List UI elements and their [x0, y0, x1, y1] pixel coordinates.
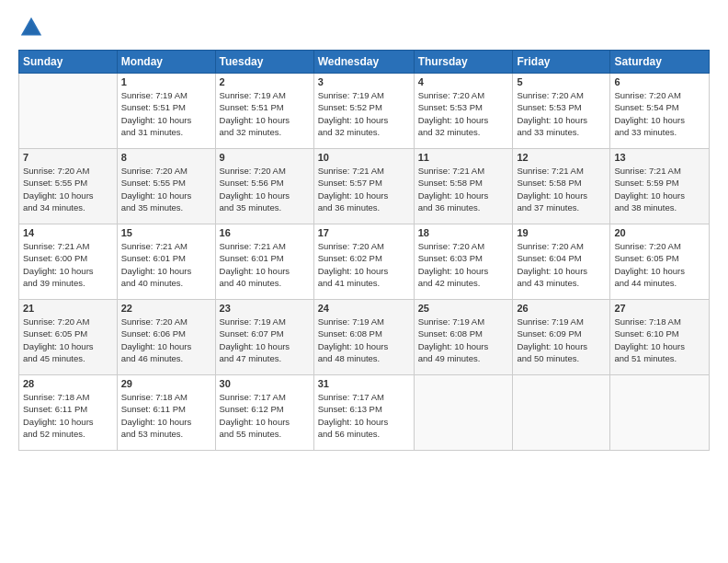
day-cell	[610, 375, 710, 451]
day-number: 20	[614, 227, 705, 238]
day-number: 11	[418, 152, 509, 163]
day-number: 30	[220, 378, 310, 389]
day-cell: 8Sunrise: 7:20 AM Sunset: 5:55 PM Daylig…	[117, 149, 215, 224]
day-info: Sunrise: 7:20 AM Sunset: 6:04 PM Dayligh…	[517, 240, 606, 289]
day-number: 14	[23, 227, 113, 238]
day-number: 4	[418, 76, 509, 87]
logo	[18, 15, 48, 40]
day-cell: 29Sunrise: 7:18 AM Sunset: 6:11 PM Dayli…	[117, 375, 215, 451]
day-number: 23	[220, 303, 310, 314]
day-info: Sunrise: 7:19 AM Sunset: 6:08 PM Dayligh…	[318, 316, 410, 364]
day-number: 5	[517, 76, 606, 87]
day-cell: 16Sunrise: 7:21 AM Sunset: 6:01 PM Dayli…	[215, 224, 313, 300]
header-cell-wednesday: Wednesday	[313, 51, 414, 74]
day-info: Sunrise: 7:20 AM Sunset: 5:53 PM Dayligh…	[517, 89, 606, 138]
calendar-table: SundayMondayTuesdayWednesdayThursdayFrid…	[18, 50, 710, 451]
day-info: Sunrise: 7:21 AM Sunset: 5:59 PM Dayligh…	[614, 165, 705, 213]
day-cell	[414, 375, 513, 451]
day-info: Sunrise: 7:21 AM Sunset: 5:58 PM Dayligh…	[517, 165, 606, 213]
day-info: Sunrise: 7:19 AM Sunset: 5:51 PM Dayligh…	[121, 89, 211, 138]
day-cell: 14Sunrise: 7:21 AM Sunset: 6:00 PM Dayli…	[19, 224, 118, 300]
day-number: 24	[318, 303, 410, 314]
day-cell: 19Sunrise: 7:20 AM Sunset: 6:04 PM Dayli…	[513, 224, 610, 300]
day-info: Sunrise: 7:21 AM Sunset: 6:01 PM Dayligh…	[220, 240, 310, 289]
day-info: Sunrise: 7:19 AM Sunset: 6:09 PM Dayligh…	[517, 316, 606, 364]
day-number: 21	[23, 303, 113, 314]
header-cell-saturday: Saturday	[610, 51, 710, 74]
day-cell: 11Sunrise: 7:21 AM Sunset: 5:58 PM Dayli…	[414, 149, 513, 224]
day-cell: 27Sunrise: 7:18 AM Sunset: 6:10 PM Dayli…	[610, 300, 710, 375]
day-cell: 7Sunrise: 7:20 AM Sunset: 5:55 PM Daylig…	[19, 149, 118, 224]
day-cell: 23Sunrise: 7:19 AM Sunset: 6:07 PM Dayli…	[215, 300, 313, 375]
day-number: 18	[418, 227, 509, 238]
day-info: Sunrise: 7:21 AM Sunset: 6:00 PM Dayligh…	[23, 240, 113, 289]
day-cell: 24Sunrise: 7:19 AM Sunset: 6:08 PM Dayli…	[313, 300, 414, 375]
header-cell-thursday: Thursday	[414, 51, 513, 74]
day-info: Sunrise: 7:20 AM Sunset: 5:53 PM Dayligh…	[418, 89, 509, 138]
day-info: Sunrise: 7:18 AM Sunset: 6:11 PM Dayligh…	[121, 391, 211, 440]
day-number: 15	[121, 227, 211, 238]
day-number: 25	[418, 303, 509, 314]
header-cell-monday: Monday	[117, 51, 215, 74]
header-cell-friday: Friday	[513, 51, 610, 74]
day-info: Sunrise: 7:17 AM Sunset: 6:12 PM Dayligh…	[220, 391, 310, 440]
day-info: Sunrise: 7:19 AM Sunset: 5:51 PM Dayligh…	[220, 89, 310, 138]
day-info: Sunrise: 7:20 AM Sunset: 5:56 PM Dayligh…	[220, 165, 310, 213]
header-cell-tuesday: Tuesday	[215, 51, 313, 74]
calendar-page: SundayMondayTuesdayWednesdayThursdayFrid…	[0, 0, 728, 563]
day-cell: 22Sunrise: 7:20 AM Sunset: 6:06 PM Dayli…	[117, 300, 215, 375]
day-number: 29	[121, 378, 211, 389]
day-cell: 18Sunrise: 7:20 AM Sunset: 6:03 PM Dayli…	[414, 224, 513, 300]
day-cell: 12Sunrise: 7:21 AM Sunset: 5:58 PM Dayli…	[513, 149, 610, 224]
day-number: 9	[220, 152, 310, 163]
day-cell: 26Sunrise: 7:19 AM Sunset: 6:09 PM Dayli…	[513, 300, 610, 375]
day-number: 26	[517, 303, 606, 314]
day-cell: 30Sunrise: 7:17 AM Sunset: 6:12 PM Dayli…	[215, 375, 313, 451]
day-cell: 31Sunrise: 7:17 AM Sunset: 6:13 PM Dayli…	[313, 375, 414, 451]
day-cell: 25Sunrise: 7:19 AM Sunset: 6:08 PM Dayli…	[414, 300, 513, 375]
day-info: Sunrise: 7:20 AM Sunset: 5:55 PM Dayligh…	[23, 165, 113, 213]
day-number: 31	[318, 378, 410, 389]
day-info: Sunrise: 7:19 AM Sunset: 6:08 PM Dayligh…	[418, 316, 509, 364]
week-row-0: 1Sunrise: 7:19 AM Sunset: 5:51 PM Daylig…	[19, 74, 710, 149]
day-number: 22	[121, 303, 211, 314]
day-info: Sunrise: 7:20 AM Sunset: 6:02 PM Dayligh…	[318, 240, 410, 289]
day-number: 8	[121, 152, 211, 163]
day-number: 12	[517, 152, 606, 163]
header-row: SundayMondayTuesdayWednesdayThursdayFrid…	[19, 51, 710, 74]
day-cell: 2Sunrise: 7:19 AM Sunset: 5:51 PM Daylig…	[215, 74, 313, 149]
day-number: 28	[23, 378, 113, 389]
day-cell	[513, 375, 610, 451]
day-info: Sunrise: 7:20 AM Sunset: 6:05 PM Dayligh…	[23, 316, 113, 364]
day-info: Sunrise: 7:18 AM Sunset: 6:10 PM Dayligh…	[614, 316, 705, 364]
day-info: Sunrise: 7:19 AM Sunset: 5:52 PM Dayligh…	[318, 89, 410, 138]
week-row-2: 14Sunrise: 7:21 AM Sunset: 6:00 PM Dayli…	[19, 224, 710, 300]
logo-icon	[18, 15, 44, 40]
day-info: Sunrise: 7:20 AM Sunset: 5:55 PM Dayligh…	[121, 165, 211, 213]
day-info: Sunrise: 7:20 AM Sunset: 6:03 PM Dayligh…	[418, 240, 509, 289]
day-number: 1	[121, 76, 211, 87]
day-cell: 13Sunrise: 7:21 AM Sunset: 5:59 PM Dayli…	[610, 149, 710, 224]
day-info: Sunrise: 7:17 AM Sunset: 6:13 PM Dayligh…	[318, 391, 410, 440]
day-number: 13	[614, 152, 705, 163]
day-number: 17	[318, 227, 410, 238]
day-number: 27	[614, 303, 705, 314]
day-cell: 17Sunrise: 7:20 AM Sunset: 6:02 PM Dayli…	[313, 224, 414, 300]
day-info: Sunrise: 7:18 AM Sunset: 6:11 PM Dayligh…	[23, 391, 113, 440]
day-cell: 10Sunrise: 7:21 AM Sunset: 5:57 PM Dayli…	[313, 149, 414, 224]
day-cell: 4Sunrise: 7:20 AM Sunset: 5:53 PM Daylig…	[414, 74, 513, 149]
day-cell: 6Sunrise: 7:20 AM Sunset: 5:54 PM Daylig…	[610, 74, 710, 149]
day-cell: 3Sunrise: 7:19 AM Sunset: 5:52 PM Daylig…	[313, 74, 414, 149]
day-number: 19	[517, 227, 606, 238]
week-row-1: 7Sunrise: 7:20 AM Sunset: 5:55 PM Daylig…	[19, 149, 710, 224]
day-info: Sunrise: 7:20 AM Sunset: 6:05 PM Dayligh…	[614, 240, 705, 289]
day-cell: 21Sunrise: 7:20 AM Sunset: 6:05 PM Dayli…	[19, 300, 118, 375]
day-info: Sunrise: 7:21 AM Sunset: 6:01 PM Dayligh…	[121, 240, 211, 289]
header-cell-sunday: Sunday	[19, 51, 118, 74]
day-cell: 1Sunrise: 7:19 AM Sunset: 5:51 PM Daylig…	[117, 74, 215, 149]
day-info: Sunrise: 7:21 AM Sunset: 5:58 PM Dayligh…	[418, 165, 509, 213]
day-cell	[19, 74, 118, 149]
day-info: Sunrise: 7:20 AM Sunset: 6:06 PM Dayligh…	[121, 316, 211, 364]
day-number: 6	[614, 76, 705, 87]
day-number: 16	[220, 227, 310, 238]
